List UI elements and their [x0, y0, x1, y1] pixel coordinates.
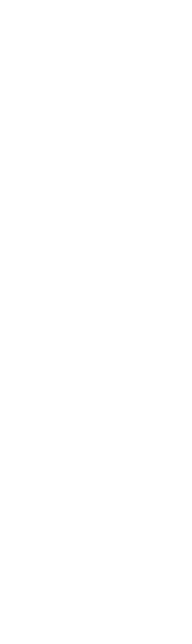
header — [0, 0, 192, 2]
